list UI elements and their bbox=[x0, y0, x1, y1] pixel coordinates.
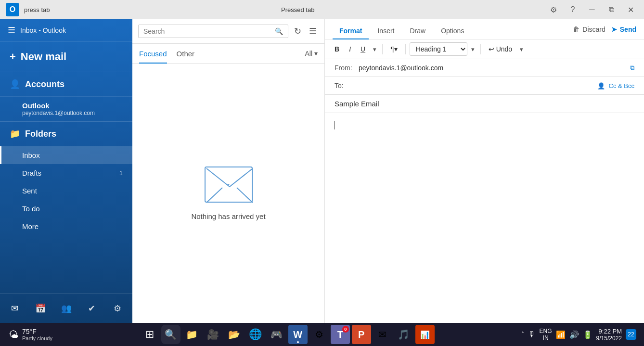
account-name: Outlook bbox=[22, 102, 123, 110]
italic-button[interactable]: I bbox=[345, 43, 355, 55]
format-divider-2 bbox=[405, 44, 406, 54]
discard-button[interactable]: 🗑 Discard bbox=[573, 26, 605, 33]
folders-section[interactable]: 📁 Folders bbox=[0, 122, 132, 146]
paragraph-button[interactable]: ¶▾ bbox=[386, 43, 401, 55]
svg-line-0 bbox=[206, 188, 222, 203]
heading-select[interactable]: Heading 1 Heading 2 Heading 3 Normal bbox=[410, 42, 467, 56]
search-input-wrap[interactable]: 🔍 bbox=[138, 25, 288, 38]
weather-temp: 75°F bbox=[22, 328, 52, 335]
hamburger-icon[interactable]: ☰ bbox=[8, 25, 15, 36]
taskbar-time[interactable]: 9:22 PM 9/15/2022 bbox=[596, 328, 622, 342]
microphone-icon[interactable]: 🎙 bbox=[528, 330, 536, 339]
filter-icon[interactable]: ☰ bbox=[307, 24, 319, 38]
tab-all[interactable]: All ▾ bbox=[305, 50, 318, 57]
volume-icon[interactable]: 🔊 bbox=[569, 330, 579, 339]
teams-badge: 8 bbox=[342, 326, 349, 333]
subject-field[interactable]: Sample Email bbox=[325, 95, 644, 113]
title-bar: O press tab Pressed tab ⚙ ? ─ ⧉ ✕ bbox=[0, 0, 644, 19]
to-field[interactable]: To: 👤 Cc & Bcc bbox=[325, 77, 644, 95]
underline-button[interactable]: U bbox=[357, 43, 369, 55]
taskbar-apps: ⊞ 🔍 📁 🎥 📂 🌐 🎮 W ⚙ T 8 P ✉ 🎵 📊 bbox=[58, 325, 516, 344]
settings-taskbar-button[interactable]: ⚙ bbox=[309, 325, 329, 344]
from-label: From: bbox=[335, 64, 359, 72]
taskbar: 🌤 75°F Partly cloudy ⊞ 🔍 📁 🎥 📂 🌐 🎮 W ⚙ T… bbox=[0, 323, 644, 346]
taskbar-weather[interactable]: 🌤 75°F Partly cloudy bbox=[4, 328, 57, 341]
sidebar-folder-more[interactable]: More bbox=[0, 218, 132, 235]
tab-other[interactable]: Other bbox=[177, 44, 195, 64]
xbox-button[interactable]: 🎮 bbox=[267, 325, 286, 344]
window-title: Pressed tab bbox=[54, 6, 541, 13]
to-label: To: bbox=[335, 82, 359, 90]
teams-video-button[interactable]: 🎥 bbox=[204, 325, 223, 344]
new-mail-icon: + bbox=[10, 51, 16, 63]
weather-desc: Partly cloudy bbox=[22, 335, 52, 341]
taskbar-system-tray: ˄ 🎙 ENG IN 📶 🔊 🔋 9:22 PM 9/15/2022 22 bbox=[517, 328, 640, 342]
battery-icon[interactable]: 🔋 bbox=[583, 330, 592, 339]
text-format-dropdown[interactable]: ▾ bbox=[371, 45, 378, 54]
search-input[interactable] bbox=[143, 27, 271, 35]
wifi-icon[interactable]: 📶 bbox=[556, 330, 566, 339]
compose-tab-format[interactable]: Format bbox=[333, 23, 369, 39]
extra-app-button[interactable]: 📊 bbox=[415, 325, 435, 344]
folder-button[interactable]: 📂 bbox=[225, 325, 244, 344]
start-button[interactable]: ⊞ bbox=[140, 325, 159, 344]
accounts-section[interactable]: 👤 Accounts bbox=[0, 72, 132, 97]
sidebar-folder-inbox[interactable]: Inbox bbox=[0, 146, 132, 164]
mail-tabs: Focused Other All ▾ bbox=[132, 44, 324, 64]
account-email: peytondavis.1@outlook.com bbox=[22, 110, 123, 116]
folder-badge: 1 bbox=[119, 169, 123, 177]
sidebar-folder-sent[interactable]: Sent bbox=[0, 182, 132, 200]
sidebar-bottom-nav: ✉ 📅 👥 ✔ ⚙ bbox=[0, 294, 132, 323]
compose-body[interactable] bbox=[325, 113, 644, 323]
from-field: From: peytondavis.1@outlook.com ⧉ bbox=[325, 59, 644, 77]
heading-dropdown[interactable]: ▾ bbox=[469, 45, 477, 54]
nav-tasks[interactable]: ✔ bbox=[79, 298, 104, 319]
nav-people[interactable]: 👥 bbox=[53, 298, 79, 319]
file-explorer-button[interactable]: 📁 bbox=[182, 325, 202, 344]
send-button[interactable]: ➤ Send bbox=[611, 26, 636, 33]
nav-settings[interactable]: ⚙ bbox=[105, 298, 130, 319]
mail-taskbar-button[interactable]: ✉ bbox=[373, 325, 392, 344]
edge-button[interactable]: 🌐 bbox=[246, 325, 265, 344]
weather-icon: 🌤 bbox=[9, 329, 18, 340]
undo-button[interactable]: ↩ Undo bbox=[485, 43, 516, 55]
bold-button[interactable]: B bbox=[331, 43, 343, 55]
cc-bcc-button[interactable]: Cc & Bcc bbox=[609, 82, 634, 90]
close-button[interactable]: ✕ bbox=[623, 3, 638, 16]
nav-calendar[interactable]: 📅 bbox=[27, 298, 53, 319]
notification-count[interactable]: 22 bbox=[626, 329, 636, 340]
sidebar-folder-drafts[interactable]: Drafts1 bbox=[0, 164, 132, 182]
system-tray-expand[interactable]: ˄ bbox=[521, 331, 524, 338]
to-field-actions: 👤 Cc & Bcc bbox=[597, 82, 634, 90]
media-button[interactable]: 🎵 bbox=[394, 325, 413, 344]
compose-tab-draw[interactable]: Draw bbox=[403, 23, 432, 39]
compose-tabs-toolbar: Format Insert Draw Options 🗑 Discard ➤ S… bbox=[325, 19, 644, 39]
word-button[interactable]: W bbox=[288, 325, 308, 344]
add-person-icon[interactable]: 👤 bbox=[597, 82, 605, 90]
accounts-label: Accounts bbox=[25, 79, 64, 90]
language-indicator[interactable]: ENG IN bbox=[540, 328, 552, 342]
minimize-button[interactable]: ─ bbox=[584, 3, 600, 16]
settings-button[interactable]: ⚙ bbox=[546, 3, 561, 16]
maximize-button[interactable]: ⧉ bbox=[604, 3, 619, 16]
mail-toolbar-icons: ↻ ☰ bbox=[292, 24, 319, 38]
account-item[interactable]: Outlook peytondavis.1@outlook.com bbox=[0, 97, 132, 122]
empty-state-message: Nothing has arrived yet bbox=[191, 212, 265, 220]
tab-focused[interactable]: Focused bbox=[139, 44, 167, 64]
word-dot bbox=[297, 341, 299, 343]
refresh-icon[interactable]: ↻ bbox=[292, 24, 303, 38]
sidebar-folder-to-do[interactable]: To do bbox=[0, 200, 132, 218]
compose-tab-insert[interactable]: Insert bbox=[371, 23, 401, 39]
compose-tab-options[interactable]: Options bbox=[434, 23, 471, 39]
search-bar: 🔍 ↻ ☰ bbox=[132, 19, 324, 44]
undo-dropdown[interactable]: ▾ bbox=[518, 45, 525, 54]
new-mail-button[interactable]: + New mail bbox=[0, 42, 132, 72]
nav-mail[interactable]: ✉ bbox=[2, 298, 27, 319]
search-button[interactable]: 🔍 bbox=[161, 325, 180, 344]
teams-button[interactable]: T 8 bbox=[331, 325, 350, 344]
app-name-label: press tab bbox=[24, 6, 50, 13]
from-expand-icon[interactable]: ⧉ bbox=[630, 64, 634, 72]
search-icon: 🔍 bbox=[275, 27, 283, 35]
help-button[interactable]: ? bbox=[565, 3, 580, 16]
powerpoint-button[interactable]: P bbox=[352, 325, 371, 344]
